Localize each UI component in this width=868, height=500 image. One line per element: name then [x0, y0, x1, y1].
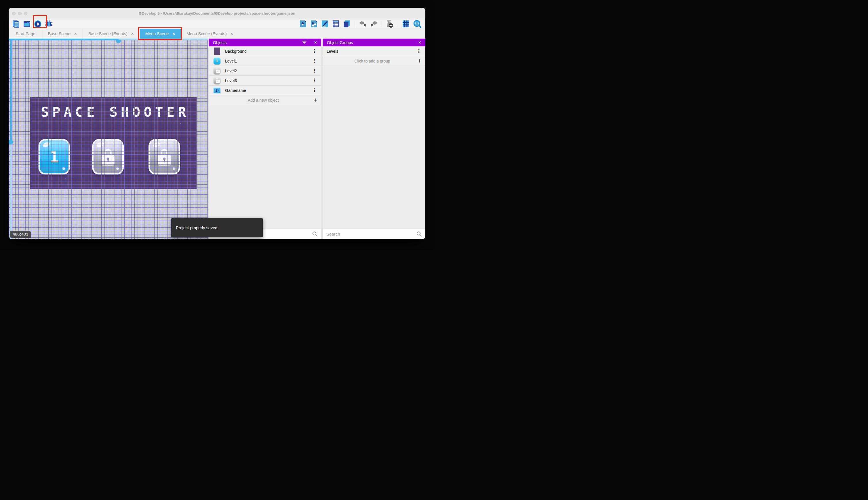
objects-panel: Objects ✕ Background ⋮ 1 Level1 ⋮ — [209, 38, 321, 239]
object-groups-panel: Object Groups ✕ Levels ⋮ Click to add a … — [323, 38, 425, 239]
tab-menu-scene-events[interactable]: Menu Scene (Events) ✕ — [181, 29, 238, 38]
kebab-menu-icon[interactable]: ⋮ — [312, 58, 317, 64]
tab-base-scene-events[interactable]: Base Scene (Events) ✕ — [83, 29, 140, 38]
text-object-thumbnail: Tx — [213, 87, 221, 94]
debug-button[interactable] — [45, 20, 53, 28]
tab-close-icon[interactable]: ✕ — [172, 32, 175, 36]
tab-base-scene[interactable]: Base Scene ✕ — [42, 29, 83, 38]
object-groups-editor-button[interactable] — [310, 20, 318, 28]
tab-label: Menu Scene — [145, 31, 169, 36]
grid-icon — [402, 20, 410, 28]
object-row-level2[interactable]: Level2 ⋮ — [209, 66, 321, 76]
filter-icon[interactable] — [302, 41, 306, 44]
object-name: Level3 — [225, 78, 312, 83]
object-name: Level2 — [225, 69, 312, 73]
objects-editor-button[interactable] — [299, 20, 307, 28]
horizontal-scrollbar[interactable] — [9, 38, 208, 40]
objects-panel-close-icon[interactable]: ✕ — [314, 40, 317, 45]
cursor-coordinates-badge: 466;433 — [10, 231, 31, 238]
instances-list-icon — [332, 20, 339, 28]
toolbar-right-group: 1:1 — [299, 20, 422, 28]
tabbar: Start Page Base Scene ✕ Base Scene (Even… — [9, 29, 425, 38]
search-icon[interactable] — [416, 231, 422, 237]
object-row-level3[interactable]: Level3 ⋮ — [209, 76, 321, 86]
zoom-1-1-button[interactable]: 1:1 — [413, 20, 422, 28]
toolbar-left-group — [12, 20, 53, 28]
level1-number: 1 — [49, 147, 59, 166]
plus-icon[interactable]: + — [418, 58, 421, 64]
layers-editor-button[interactable] — [343, 20, 351, 28]
level1-button-object[interactable]: 1 — [38, 139, 70, 175]
scene-canvas[interactable]: SPACE SHOOTER 1 — [9, 38, 208, 239]
object-name: Level1 — [225, 59, 312, 64]
toast-message: Project properly saved — [176, 226, 217, 230]
zoom-ratio-label: 1:1 — [415, 22, 419, 25]
undo-button[interactable] — [359, 20, 367, 28]
main-area: SPACE SHOOTER 1 — [9, 38, 425, 239]
add-group-row[interactable]: Click to add a group + — [323, 56, 425, 66]
undo-icon — [359, 21, 367, 27]
toolbar-separator — [354, 21, 355, 27]
save-toast: Project properly saved — [171, 218, 263, 237]
tab-close-icon[interactable]: ✕ — [131, 32, 134, 36]
groups-search-input[interactable] — [326, 231, 416, 237]
level3-button-object[interactable] — [149, 139, 180, 175]
groups-search-bar — [323, 228, 425, 239]
locked-thumbnail — [213, 77, 221, 84]
toolbar-separator — [398, 21, 398, 27]
lock-icon — [101, 148, 115, 166]
kebab-menu-icon[interactable]: ⋮ — [312, 78, 317, 83]
tab-menu-scene[interactable]: Menu Scene ✕ — [140, 29, 181, 38]
kebab-menu-icon[interactable]: ⋮ — [312, 49, 317, 54]
redo-icon — [370, 21, 378, 27]
search-icon[interactable] — [312, 231, 318, 237]
scene-window-icon — [23, 21, 31, 28]
redo-button[interactable] — [370, 20, 378, 28]
kebab-menu-icon[interactable]: ⋮ — [417, 49, 421, 54]
tab-start-page[interactable]: Start Page — [9, 29, 42, 38]
window-mask-button[interactable] — [386, 20, 394, 28]
tab-close-icon[interactable]: ✕ — [230, 32, 233, 36]
object-row-level1[interactable]: 1 Level1 ⋮ — [209, 56, 321, 66]
toolbar-separator — [382, 21, 382, 27]
debug-icon — [45, 20, 53, 28]
stage-game-title: SPACE SHOOTER — [30, 104, 197, 120]
scene-list-button[interactable] — [23, 20, 31, 28]
grid-button[interactable] — [402, 20, 410, 28]
locked-thumbnail — [213, 67, 221, 74]
instances-list-button[interactable] — [332, 20, 340, 28]
lock-icon — [158, 148, 171, 166]
group-row-levels[interactable]: Levels ⋮ — [323, 46, 425, 56]
object-groups-editor-icon — [310, 20, 317, 28]
tab-label: Menu Scene (Events) — [187, 31, 226, 36]
window-mask-icon — [386, 20, 394, 28]
properties-button[interactable] — [321, 20, 329, 28]
plus-icon[interactable]: + — [314, 97, 317, 103]
project-manager-button[interactable] — [12, 20, 20, 28]
background-thumbnail — [213, 48, 221, 55]
objects-panel-empty-area — [209, 105, 321, 228]
tab-close-icon[interactable]: ✕ — [74, 32, 77, 36]
level2-button-object[interactable] — [92, 139, 124, 175]
vertical-scrollbar-handle[interactable] — [9, 140, 13, 145]
tab-label: Base Scene — [48, 31, 71, 36]
play-icon — [34, 20, 42, 28]
stage-background-object[interactable]: SPACE SHOOTER 1 — [30, 97, 197, 189]
object-groups-empty-area — [323, 66, 425, 228]
object-name: Gamename — [225, 88, 312, 93]
object-name: Background — [225, 49, 312, 54]
play-preview-button[interactable] — [34, 20, 42, 28]
objects-editor-icon — [300, 20, 306, 28]
add-object-label: Add a new object — [213, 98, 314, 103]
add-group-label: Click to add a group — [327, 59, 418, 64]
object-row-background[interactable]: Background ⋮ — [209, 46, 321, 56]
project-manager-icon — [12, 21, 20, 28]
kebab-menu-icon[interactable]: ⋮ — [312, 68, 317, 73]
vertical-scrollbar[interactable] — [10, 38, 12, 239]
object-row-gamename[interactable]: Tx Gamename ⋮ — [209, 86, 321, 95]
add-object-row[interactable]: Add a new object + — [209, 95, 321, 105]
kebab-menu-icon[interactable]: ⋮ — [312, 88, 317, 93]
zoom-1-1-icon: 1:1 — [413, 20, 422, 28]
object-groups-panel-close-icon[interactable]: ✕ — [418, 40, 421, 45]
titlebar: GDevelop 5 - /Users/dkarakay/Documents/G… — [9, 8, 425, 19]
